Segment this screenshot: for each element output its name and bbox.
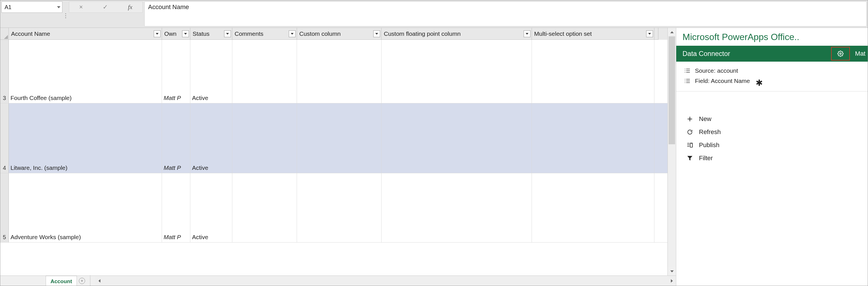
- separator-icon: [62, 0, 69, 28]
- row-number[interactable]: 4: [0, 104, 9, 173]
- filter-button[interactable]: [289, 30, 296, 37]
- enter-icon: ✓: [103, 3, 108, 11]
- scroll-right-button[interactable]: [668, 276, 676, 286]
- formula-input[interactable]: Account Name: [144, 1, 867, 26]
- column-header-custom-float[interactable]: Custom floating point column: [381, 28, 532, 40]
- action-refresh[interactable]: Refresh: [685, 127, 862, 138]
- row-number[interactable]: 3: [0, 40, 9, 103]
- filter-button[interactable]: [646, 30, 653, 37]
- spreadsheet-grid: Account Name Own Status Comments: [0, 28, 676, 286]
- column-header-multi-select[interactable]: Multi-select option set: [532, 28, 654, 40]
- scroll-thumb[interactable]: [669, 36, 675, 144]
- chevron-down-icon: [648, 33, 651, 35]
- chevron-down-icon: [291, 33, 293, 35]
- cell-float[interactable]: [381, 40, 532, 103]
- table-row[interactable]: 4 Litware, Inc. (sample) Matt P Active: [0, 104, 668, 173]
- cell-status[interactable]: Active: [190, 40, 232, 103]
- scroll-up-button[interactable]: [668, 28, 676, 36]
- gear-icon[interactable]: [837, 51, 844, 57]
- action-filter[interactable]: Filter: [685, 153, 862, 164]
- table: Account Name Own Status Comments: [0, 28, 668, 276]
- cell-status[interactable]: Active: [190, 104, 232, 173]
- cell-own[interactable]: Matt P: [162, 104, 190, 173]
- cell-account-name[interactable]: Fourth Coffee (sample): [9, 40, 162, 103]
- task-pane: Microsoft PowerApps Office.. Data Connec…: [676, 28, 868, 286]
- cell-float[interactable]: [381, 104, 532, 173]
- cell-tail[interactable]: [654, 40, 658, 103]
- cancel-icon: ×: [79, 3, 83, 11]
- chevron-up-icon: [670, 31, 674, 33]
- pane-user: Mat: [855, 50, 865, 57]
- column-header-own[interactable]: Own: [162, 28, 190, 40]
- name-box[interactable]: A1: [1, 1, 62, 13]
- cell-account-name[interactable]: Adventure Works (sample): [9, 173, 162, 242]
- fx-icon[interactable]: fx: [128, 3, 132, 11]
- filter-button[interactable]: [154, 30, 160, 37]
- cell-float[interactable]: [381, 173, 532, 242]
- filter-button[interactable]: [373, 30, 380, 37]
- main-area: Account Name Own Status Comments: [0, 28, 868, 286]
- scroll-track[interactable]: [103, 278, 668, 284]
- cell-own[interactable]: Matt P: [162, 40, 190, 103]
- filter-button[interactable]: [224, 30, 231, 37]
- cell-custom[interactable]: [297, 40, 381, 103]
- column-header-account-name[interactable]: Account Name: [9, 28, 162, 40]
- table-row[interactable]: 3 Fourth Coffee (sample) Matt P Active: [0, 40, 668, 104]
- horizontal-scrollbar[interactable]: [95, 276, 676, 286]
- pane-actions: New Refresh Publish: [676, 93, 868, 164]
- vertical-scrollbar[interactable]: [668, 28, 676, 276]
- publish-icon: [686, 142, 694, 148]
- cell-custom[interactable]: [297, 104, 381, 173]
- add-sheet-button[interactable]: +: [77, 276, 87, 286]
- info-source-text: Source: account: [695, 67, 738, 74]
- filter-button[interactable]: [524, 30, 530, 37]
- action-label: Publish: [699, 141, 719, 149]
- action-publish[interactable]: Publish: [685, 140, 862, 150]
- cell-multi[interactable]: [532, 40, 654, 103]
- table-row[interactable]: 5 Adventure Works (sample) Matt P Active: [0, 173, 668, 242]
- cell-custom[interactable]: [297, 173, 381, 242]
- scroll-track[interactable]: [668, 36, 676, 267]
- plus-icon: +: [79, 278, 85, 284]
- scroll-down-button[interactable]: [668, 267, 676, 276]
- column-label: Comments: [235, 30, 264, 37]
- chevron-down-icon: [526, 33, 528, 35]
- column-header-comments[interactable]: Comments: [232, 28, 297, 40]
- info-field-text: Field: Account Name: [695, 78, 750, 84]
- cell-tail[interactable]: [654, 173, 658, 242]
- row-number[interactable]: 5: [0, 173, 9, 242]
- info-source: Source: account: [684, 66, 862, 76]
- select-all-corner[interactable]: [0, 28, 9, 40]
- settings-highlight: [831, 47, 850, 60]
- cell-status[interactable]: Active: [190, 173, 232, 242]
- pane-header: Data Connector Mat: [676, 46, 868, 62]
- chevron-left-icon: [98, 279, 100, 283]
- action-new[interactable]: New: [685, 114, 862, 124]
- action-label: Refresh: [699, 128, 721, 136]
- cell-comments[interactable]: [232, 40, 297, 103]
- column-header-tail: [654, 28, 658, 40]
- cell-own[interactable]: Matt P: [162, 173, 190, 242]
- filter-button[interactable]: [182, 30, 189, 37]
- pane-header-label: Data Connector: [682, 50, 730, 58]
- column-label: Account Name: [11, 30, 50, 37]
- column-label: Custom column: [299, 30, 341, 37]
- excel-app: A1 × ✓ fx Account Name: [0, 0, 868, 286]
- cell-multi[interactable]: [532, 104, 654, 173]
- refresh-icon: [686, 129, 694, 135]
- cell-comments[interactable]: [232, 104, 297, 173]
- scroll-left-button[interactable]: [95, 276, 103, 286]
- sheet-tab-account[interactable]: Account: [46, 276, 77, 286]
- plus-icon: [686, 116, 694, 122]
- cell-account-name[interactable]: Litware, Inc. (sample): [9, 104, 162, 173]
- info-block: Source: account Field: Account Name ✱: [676, 62, 868, 91]
- cell-reference: A1: [4, 4, 11, 10]
- column-header-status[interactable]: Status: [190, 28, 232, 40]
- cell-comments[interactable]: [232, 173, 297, 242]
- column-header-custom-column[interactable]: Custom column: [297, 28, 381, 40]
- column-headers: Account Name Own Status Comments: [0, 28, 668, 40]
- svg-point-0: [840, 53, 842, 55]
- cell-multi[interactable]: [532, 173, 654, 242]
- cell-tail[interactable]: [654, 104, 658, 173]
- column-label: Status: [193, 30, 210, 37]
